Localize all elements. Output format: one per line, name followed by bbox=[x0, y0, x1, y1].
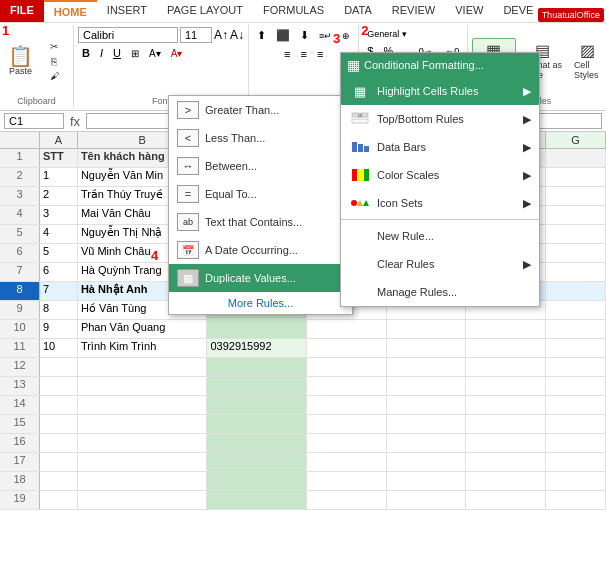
paste-button[interactable]: 📋 Paste bbox=[4, 44, 37, 78]
tab-review[interactable]: REVIEW bbox=[382, 0, 445, 22]
manage-rules-label: Manage Rules... bbox=[377, 286, 457, 298]
tab-insert[interactable]: INSERT bbox=[97, 0, 157, 22]
new-rule-item[interactable]: New Rule... bbox=[341, 222, 539, 250]
font-row-1: A↑ A↓ bbox=[78, 27, 244, 43]
watermark-logo: ThuatualOffice bbox=[538, 8, 604, 22]
highlight-cells-rules-item[interactable]: ▦ Highlight Cells Rules ▶ bbox=[341, 77, 539, 105]
conditional-formatting-menu[interactable]: ▦ Conditional Formatting... ▦ Highlight … bbox=[340, 52, 540, 307]
more-rules-label: More Rules... bbox=[228, 297, 293, 309]
clear-rules-label: Clear Rules bbox=[377, 258, 434, 270]
svg-rect-3 bbox=[352, 142, 357, 152]
equal-to-menu-item[interactable]: = Equal To... bbox=[169, 180, 352, 208]
svg-text:10: 10 bbox=[358, 113, 363, 118]
equal-to-icon: = bbox=[177, 185, 199, 203]
greater-than-label: Greater Than... bbox=[205, 104, 279, 116]
svg-rect-4 bbox=[358, 144, 363, 152]
less-than-label: Less Than... bbox=[205, 132, 265, 144]
number-format-dropdown[interactable]: General ▾ bbox=[363, 27, 411, 41]
tab-formulas[interactable]: FORMULAS bbox=[253, 0, 334, 22]
new-rule-label: New Rule... bbox=[377, 230, 434, 242]
font-size-increase-button[interactable]: A↑ bbox=[214, 28, 228, 42]
tab-data[interactable]: DATA bbox=[334, 0, 382, 22]
highlight-cells-submenu[interactable]: > Greater Than... < Less Than... ↔ Betwe… bbox=[168, 95, 353, 315]
duplicate-values-menu-item[interactable]: ▦ Duplicate Values... bbox=[169, 264, 352, 292]
between-icon: ↔ bbox=[177, 157, 199, 175]
icon-sets-item[interactable]: Icon Sets ▶ bbox=[341, 189, 539, 217]
col-header-a: A bbox=[40, 132, 78, 148]
date-occurring-menu-item[interactable]: 📅 A Date Occurring... bbox=[169, 236, 352, 264]
table-row: 10 9 Phan Văn Quang bbox=[0, 320, 606, 339]
bold-button[interactable]: B bbox=[78, 45, 94, 61]
data-bars-arrow: ▶ bbox=[523, 141, 531, 154]
format-painter-button[interactable]: 🖌 bbox=[39, 70, 69, 82]
equal-to-label: Equal To... bbox=[205, 188, 257, 200]
top-bottom-rules-item[interactable]: 10 Top/Bottom Rules ▶ bbox=[341, 105, 539, 133]
align-left-button[interactable]: ≡ bbox=[280, 46, 294, 62]
data-bars-item[interactable]: Data Bars ▶ bbox=[341, 133, 539, 161]
color-scales-item[interactable]: Color Scales ▶ bbox=[341, 161, 539, 189]
color-scales-arrow: ▶ bbox=[523, 169, 531, 182]
greater-than-menu-item[interactable]: > Greater Than... bbox=[169, 96, 352, 124]
font-size-input[interactable] bbox=[180, 27, 212, 43]
merge-center-button[interactable]: ⊕ bbox=[338, 29, 354, 43]
conditional-menu-title: Conditional Formatting... bbox=[364, 59, 484, 71]
tab-file[interactable]: FILE bbox=[0, 0, 44, 22]
svg-marker-10 bbox=[357, 200, 363, 206]
table-row: 14 bbox=[0, 396, 606, 415]
font-color-button[interactable]: A▾ bbox=[167, 46, 187, 61]
border-button[interactable]: ⊞ bbox=[127, 46, 143, 61]
tab-view[interactable]: VIEW bbox=[445, 0, 493, 22]
font-content: A↑ A↓ B I U ⊞ A▾ A▾ bbox=[78, 27, 244, 94]
table-row: 12 bbox=[0, 358, 606, 377]
fill-color-button[interactable]: A▾ bbox=[145, 46, 165, 61]
icon-sets-icon bbox=[349, 194, 371, 212]
svg-rect-2 bbox=[352, 119, 368, 123]
table-row: 16 bbox=[0, 434, 606, 453]
new-rule-icon bbox=[349, 227, 371, 245]
tab-page-layout[interactable]: PAGE LAYOUT bbox=[157, 0, 253, 22]
row-num-1: 1 bbox=[0, 149, 40, 167]
copy-button[interactable]: ⎘ bbox=[39, 55, 69, 68]
text-contains-menu-item[interactable]: ab Text that Contains... bbox=[169, 208, 352, 236]
tab-deve[interactable]: DEVE bbox=[493, 0, 543, 22]
italic-button[interactable]: I bbox=[96, 45, 107, 61]
top-bottom-icon: 10 bbox=[349, 110, 371, 128]
font-name-input[interactable] bbox=[78, 27, 178, 43]
underline-button[interactable]: U bbox=[109, 45, 125, 61]
col-header-g: G bbox=[546, 132, 606, 148]
text-contains-icon: ab bbox=[177, 213, 199, 231]
cell-styles-button[interactable]: ▨ Cell Styles bbox=[570, 39, 606, 82]
clipboard-content: 📋 Paste ✂ ⎘ 🖌 bbox=[4, 27, 69, 94]
name-box-input[interactable] bbox=[4, 113, 64, 129]
duplicate-values-icon: ▦ bbox=[177, 269, 199, 287]
align-bottom-button[interactable]: ⬇ bbox=[296, 27, 313, 44]
cell-1a[interactable]: STT bbox=[40, 149, 78, 167]
align-middle-button[interactable]: ⬛ bbox=[272, 27, 294, 44]
more-rules-menu-item[interactable]: More Rules... bbox=[169, 292, 352, 314]
top-bottom-arrow: ▶ bbox=[523, 113, 531, 126]
cut-button[interactable]: ✂ bbox=[39, 40, 69, 53]
data-bars-icon bbox=[349, 138, 371, 156]
highlight-cells-arrow: ▶ bbox=[523, 85, 531, 98]
font-row-2: B I U ⊞ A▾ A▾ bbox=[78, 45, 186, 61]
align-right-button[interactable]: ≡ bbox=[313, 46, 327, 62]
step-4-label: 4 bbox=[151, 248, 158, 263]
conditional-menu-icon: ▦ bbox=[347, 57, 360, 73]
table-row: 18 bbox=[0, 472, 606, 491]
manage-rules-item[interactable]: Manage Rules... bbox=[341, 278, 539, 306]
between-menu-item[interactable]: ↔ Between... bbox=[169, 152, 352, 180]
icon-sets-arrow: ▶ bbox=[523, 197, 531, 210]
manage-rules-icon bbox=[349, 283, 371, 301]
ribbon-tab-bar: FILE HOME INSERT PAGE LAYOUT FORMULAS DA… bbox=[0, 0, 606, 22]
table-row: 15 bbox=[0, 415, 606, 434]
align-center-button[interactable]: ≡ bbox=[296, 46, 310, 62]
copy-icon: ⎘ bbox=[51, 56, 57, 67]
less-than-menu-item[interactable]: < Less Than... bbox=[169, 124, 352, 152]
clear-rules-item[interactable]: Clear Rules ▶ bbox=[341, 250, 539, 278]
font-size-decrease-button[interactable]: A↓ bbox=[230, 28, 244, 42]
color-scales-icon bbox=[349, 166, 371, 184]
tab-home[interactable]: HOME bbox=[44, 0, 97, 22]
top-bottom-label: Top/Bottom Rules bbox=[377, 113, 464, 125]
align-top-button[interactable]: ⬆ bbox=[253, 27, 270, 44]
cell-1g[interactable] bbox=[546, 149, 606, 167]
